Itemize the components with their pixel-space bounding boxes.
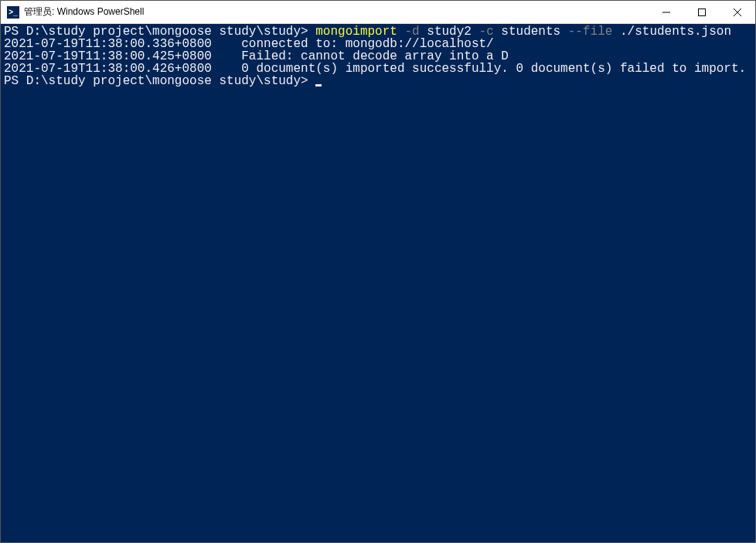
terminal-line: 2021-07-19T11:38:00.426+0800 0 document(… [4,63,752,75]
terminal-line: PS D:\study project\mongoose study\study… [4,25,752,38]
terminal-line: 2021-07-19T11:38:00.336+0800 connected t… [4,38,752,50]
terminal-line: PS D:\study project\mongoose study\study… [4,75,752,87]
svg-rect-1 [699,8,706,15]
titlebar[interactable]: >_ 管理员: Windows PowerShell [1,1,755,24]
arg: students [494,25,560,39]
prompt: PS D:\study project\mongoose study\study… [4,74,315,88]
maximize-button[interactable] [684,1,720,23]
window: >_ 管理员: Windows PowerShell PS D:\study p… [0,0,756,543]
window-title: 管理员: Windows PowerShell [24,5,649,19]
terminal-line: 2021-07-19T11:38:00.425+0800 Failed: can… [4,50,752,63]
close-button[interactable] [720,1,755,23]
cursor [315,84,322,87]
flag: --file [560,25,612,39]
icon-glyph: >_ [9,8,17,16]
minimize-button[interactable] [649,1,684,23]
terminal-body[interactable]: PS D:\study project\mongoose study\study… [1,24,755,542]
arg: ./students.json [612,25,731,39]
powershell-icon: >_ [7,6,19,19]
window-controls [649,1,755,23]
